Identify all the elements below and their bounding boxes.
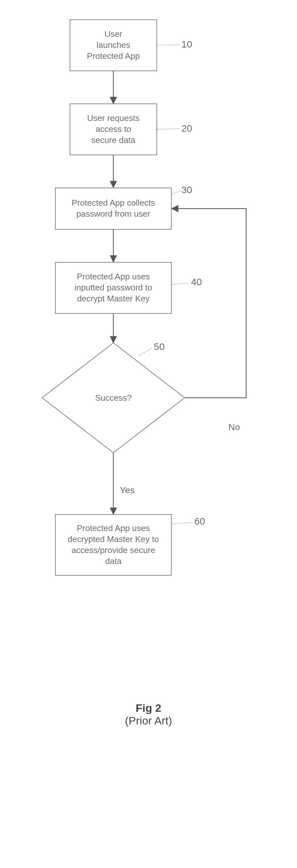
- process-text-60: Protected App usesdecrypted Master Key t…: [68, 523, 159, 567]
- ref-label-30: 30: [181, 184, 192, 195]
- leader-20: [157, 129, 180, 129]
- figure-caption: Fig 2 (Prior Art): [0, 702, 297, 727]
- caption-subtitle: (Prior Art): [125, 714, 172, 727]
- caption-title: Fig 2: [136, 702, 161, 714]
- leader-50: [139, 348, 152, 356]
- process-box-10: UserlaunchesProtected App: [70, 20, 157, 71]
- process-box-60: Protected App usesdecrypted Master Key t…: [55, 514, 172, 576]
- ref-label-40: 40: [191, 277, 202, 287]
- arrow-50-30-no: [172, 209, 246, 398]
- process-box-20: User requestsaccess tosecure data: [70, 103, 157, 155]
- edge-label-yes: Yes: [120, 485, 135, 495]
- flowchart-canvas: UserlaunchesProtected App 10 User reques…: [0, 0, 297, 868]
- ref-label-10: 10: [181, 39, 192, 50]
- decision-text-50: Success?: [81, 393, 146, 403]
- leader-60: [172, 522, 193, 524]
- process-box-40: Protected App usesinputted password tode…: [55, 262, 172, 314]
- leader-40: [172, 283, 189, 285]
- ref-label-50: 50: [154, 341, 165, 352]
- process-text-20: User requestsaccess tosecure data: [87, 113, 140, 146]
- edge-label-no: No: [228, 422, 240, 432]
- ref-label-20: 20: [181, 123, 192, 134]
- process-box-30: Protected App collectspassword from user: [55, 188, 172, 229]
- process-text-40: Protected App usesinputted password tode…: [75, 271, 152, 304]
- leader-10: [157, 44, 180, 45]
- process-text-10: UserlaunchesProtected App: [87, 29, 140, 61]
- process-text-30: Protected App collectspassword from user: [72, 197, 155, 220]
- leader-30: [172, 191, 181, 194]
- ref-label-60: 60: [194, 516, 205, 527]
